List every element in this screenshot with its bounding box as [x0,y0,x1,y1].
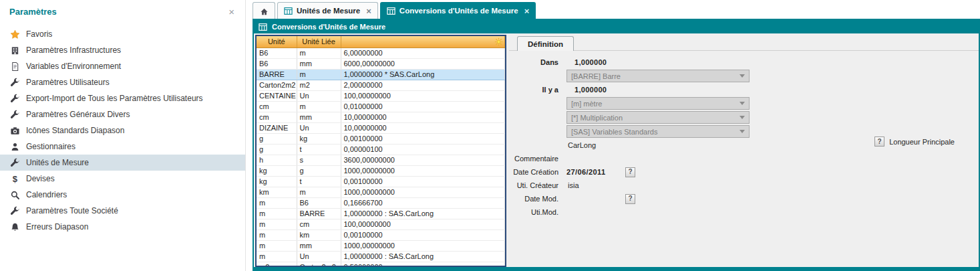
table-row[interactable]: mkm0,00100000 [257,230,505,240]
table-cell: Un [297,251,341,262]
table-cell: cm [297,219,341,230]
column-header-unite[interactable]: Unité [257,36,297,48]
tab-conversions-unites[interactable]: Conversions d'Unités de Mesure × [380,2,536,19]
table-row[interactable]: BARREm1,00000000 * SAS.CarLong [257,69,505,80]
table-row[interactable]: hs3600,00000000 [257,155,505,165]
table-row[interactable]: mUn1,00000000 : SAS.CarLong [257,251,505,262]
table-cell: 3600,00000000 [341,155,505,165]
variable-group-select[interactable]: [SAS] Variables Standards [566,125,750,138]
table-cell: m [257,219,297,230]
table-row[interactable]: m2Carton2m20,50000000 [257,262,505,267]
sidebar-item-gestionnaires[interactable]: Gestionnaires [0,139,245,155]
table-cell: Un [297,90,341,101]
column-header-unite-liee[interactable]: Unité Liée [297,36,341,48]
table-cell: 1000,00000000 [341,165,505,176]
sidebar-item-parametres-utilisateurs[interactable]: Paramètres Utilisateurs [0,74,245,90]
ilya-unit-select[interactable]: [m] mètre [566,97,750,110]
sidebar-item-variables-d-environnement[interactable]: Variables d'Environnement [0,58,245,74]
table-row[interactable]: CENTAINEUn100,00000000 [257,90,505,101]
table-row[interactable]: gkg0,00100000 [257,133,505,144]
tab-label: Unités de Mesure [297,7,360,15]
tab-home[interactable] [253,2,275,19]
chevron-down-icon [740,102,745,105]
tab-definition[interactable]: Définition [517,36,574,51]
sidebar-item-unites-de-mesure[interactable]: Unités de Mesure [0,155,245,171]
table-row[interactable]: cmmm10,00000000 [257,112,505,122]
sidebar: Paramètres × FavorisParamètres Infrastru… [0,0,246,271]
table-cell: B6 [257,58,297,69]
table-row[interactable]: mcm100,00000000 [257,219,505,230]
sun-icon[interactable] [494,37,503,46]
table-cell: 0,16666700 [341,197,505,208]
ilya-unit-value: [m] mètre [571,100,602,108]
table-row[interactable]: kmm1000,00000000 [257,187,505,197]
sidebar-item-parametres-generaux-divers[interactable]: Paramètres Généraux Divers [0,106,245,122]
table-cell: m [297,69,341,80]
table-cell: km [257,187,297,197]
table-row[interactable]: cmm0,01000000 [257,101,505,112]
table-row[interactable]: Carton2m2m22,00000000 [257,80,505,90]
table-row[interactable]: mmm1000,00000000 [257,240,505,251]
chevron-down-icon [740,74,745,78]
operation-select[interactable]: [*] Multiplication [566,111,750,124]
table-cell: s [297,155,341,165]
table-header-row: Unité Unité Liée [257,36,505,48]
ilya-row: Il y a 1,000000 [509,84,979,96]
uti-mod-row: Uti.Mod. [509,206,979,218]
search-icon [9,189,20,200]
uti-createur-label: Uti. Créateur [509,181,558,189]
content-body: Unité Unité Liée B6m6,00000000B6mm6000,0… [254,33,979,267]
tab-close-icon[interactable]: × [524,7,530,15]
dans-unit-value: [BARRE] Barre [571,72,621,80]
sidebar-list: FavorisParamètres InfrastructuresVariabl… [0,22,245,235]
person-icon [9,141,20,152]
table-row[interactable]: gt0,00000100 [257,144,505,155]
table-cell: t [297,144,341,155]
table-row[interactable]: B6m6,00000000 [257,48,505,58]
panel-title-icon [259,23,267,31]
sidebar-item-devises[interactable]: $Devises [0,171,245,187]
sidebar-item-icones-standards-diapason[interactable]: Icônes Standards Diapason [0,122,245,139]
table-cell: m [257,240,297,251]
date-creation-help-button[interactable]: ? [625,167,635,177]
sidebar-title: Paramètres [9,7,57,17]
sidebar-item-parametres-toute-societe[interactable]: Paramètres Toute Société [0,203,245,219]
date-mod-help-button[interactable]: ? [625,194,635,204]
tab-unites-de-mesure[interactable]: Unités de Mesure × [277,2,378,19]
uti-createur-value: isia [566,181,579,189]
sidebar-item-favoris[interactable]: Favoris [0,26,245,42]
table-row[interactable]: kgg1000,00000000 [257,165,505,176]
operation-value: [*] Multiplication [571,114,623,122]
tab-close-icon[interactable]: × [366,7,371,15]
sidebar-item-calendriers[interactable]: Calendriers [0,187,245,203]
longueur-principale-help-icon[interactable]: ? [874,137,884,147]
table-cell: mm [297,112,341,122]
star-icon [9,29,20,39]
table-row[interactable]: mB60,16666700 [257,197,505,208]
table-cell: B6 [297,197,341,208]
longueur-principale-label: Longueur Principale [889,138,955,146]
table-row[interactable]: kgt0,00100000 [257,176,505,187]
sidebar-item-parametres-infrastructures[interactable]: Paramètres Infrastructures [0,42,245,58]
table-row[interactable]: DIZAINEUn10,00000000 [257,122,505,133]
table-cell: g [257,133,297,144]
table-cell: 1,00000000 * SAS.CarLong [341,69,505,80]
definition-tab-row: Définition [509,36,979,51]
table-cell: 0,00100000 [341,133,505,144]
sidebar-header: Paramètres × [0,0,245,22]
sidebar-close-icon[interactable]: × [228,7,234,17]
sidebar-item-export-import-de-tous-les-parametres-utilisateurs[interactable]: Export-Import de Tous les Paramètres Uti… [0,90,245,106]
sidebar-item-erreurs-diapason[interactable]: Erreurs Diapason [0,219,245,235]
column-header-value[interactable] [341,36,505,48]
dans-unit-select[interactable]: [BARRE] Barre [566,70,750,82]
document-icon [387,7,395,15]
dans-value: 1,000000 [566,58,607,66]
table-cell: 0,00100000 [341,230,505,240]
table-row[interactable]: mBARRE1,00000000 : SAS.CarLong [257,208,505,219]
table-row[interactable]: B6mm6000,00000000 [257,58,505,69]
definition-panel: Définition Dans 1,000000 [BARRE] Barre [506,33,979,267]
sidebar-item-label: Erreurs Diapason [26,222,88,232]
doc-icon [9,61,20,72]
tab-bar: Unités de Mesure × Conversions d'Unités … [253,0,980,19]
table-cell: m [297,101,341,112]
